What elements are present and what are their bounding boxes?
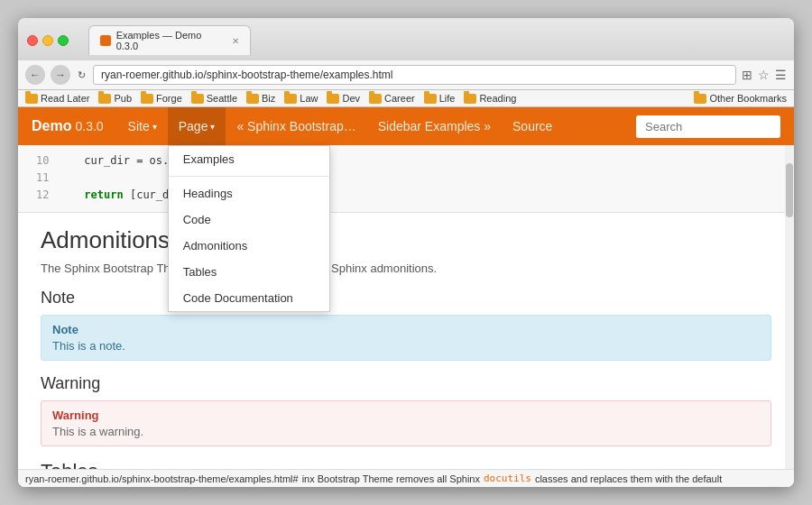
line-number: 11 <box>36 170 49 187</box>
page-heading: Admonitions <box>41 226 771 254</box>
dropdown-item-headings[interactable]: Headings <box>169 180 329 207</box>
note-title: Note <box>52 323 760 336</box>
nav-icons: ⊞ ☆ ☰ <box>742 68 787 82</box>
code-section: 10 11 12 cur_dir = os.path.abs… retur <box>18 145 794 213</box>
url-text: ryan-roemer.github.io/sphinx-bootstrap-t… <box>101 69 392 81</box>
nav-site[interactable]: Site ▾ <box>117 107 168 145</box>
bookmark-read-later[interactable]: Read Later <box>25 93 89 104</box>
dropdown-item-tables[interactable]: Tables <box>169 259 329 285</box>
chevron-down-icon: ▾ <box>152 122 157 132</box>
menu-icon[interactable]: ☰ <box>775 68 787 82</box>
bookmark-label: Dev <box>342 93 360 104</box>
bookmark-label: Biz <box>262 93 275 104</box>
star-icon[interactable]: ☆ <box>758 68 770 82</box>
dropdown-item-code-docs[interactable]: Code Documentation <box>169 285 329 311</box>
warning-heading: Warning <box>41 374 771 393</box>
bookmark-seattle[interactable]: Seattle <box>191 93 237 104</box>
warning-text: This is a warning. <box>52 425 760 438</box>
scrollbar-thumb[interactable] <box>786 163 793 217</box>
warning-box: Warning This is a warning. <box>41 400 771 446</box>
bookmark-label: Pub <box>114 93 132 104</box>
note-heading: Note <box>41 289 771 308</box>
tab-favicon <box>100 35 111 46</box>
page-main: 10 11 12 cur_dir = os.path.abs… retur <box>18 145 794 469</box>
folder-icon <box>98 94 111 104</box>
bookmark-dev[interactable]: Dev <box>327 93 360 104</box>
bookmark-label: Forge <box>156 93 182 104</box>
bookmark-label: Life <box>439 93 456 104</box>
folder-icon <box>284 94 297 104</box>
bookmark-other[interactable]: Other Bookmarks <box>694 93 787 104</box>
bookmark-label: Career <box>384 93 415 104</box>
folder-icon <box>424 94 437 104</box>
bookmark-forge[interactable]: Forge <box>141 93 182 104</box>
status-text-after: classes and replaces them with the defau… <box>535 473 722 484</box>
bookmark-pub[interactable]: Pub <box>98 93 132 104</box>
nav-next[interactable]: Sidebar Examples » <box>367 107 502 145</box>
nav-site-label: Site <box>128 119 150 133</box>
folder-icon <box>246 94 259 104</box>
line-number: 10 <box>36 152 49 170</box>
minimize-button[interactable] <box>42 35 53 46</box>
bookmarks-bar: Read Later Pub Forge Seattle Biz Law Dev <box>18 90 794 107</box>
nav-source[interactable]: Source <box>502 107 563 145</box>
bookmark-biz[interactable]: Biz <box>246 93 275 104</box>
bookmark-reading[interactable]: Reading <box>464 93 516 104</box>
note-box: Note This is a note. <box>41 315 771 361</box>
app-brand: Demo <box>32 118 71 134</box>
nav-source-label: Source <box>512 119 552 133</box>
tab-close-btn[interactable]: ✕ <box>232 36 239 46</box>
nav-bar: ← → ↻ ryan-roemer.github.io/sphinx-boots… <box>18 60 794 90</box>
folder-icon <box>191 94 204 104</box>
tab-label: Examples — Demo 0.3.0 <box>116 30 223 51</box>
folder-icon <box>25 94 38 104</box>
status-bar: ryan-roemer.github.io/sphinx-bootstrap-t… <box>18 469 794 487</box>
bookmark-label: Read Later <box>41 93 89 104</box>
tab-bar: Examples — Demo 0.3.0 ✕ <box>88 25 251 55</box>
nav-prev-label: « Sphinx Bootstrap… <box>236 119 355 133</box>
bookmark-law[interactable]: Law <box>284 93 318 104</box>
bookmark-label: Law <box>300 93 318 104</box>
search-input[interactable] <box>636 115 780 138</box>
warning-title: Warning <box>52 409 760 422</box>
folder-icon <box>464 94 476 104</box>
folder-icon <box>141 94 153 104</box>
page-container: 10 11 12 cur_dir = os.path.abs… retur <box>18 145 794 469</box>
status-text-before: inx Bootstrap Theme removes all Sphinx <box>302 473 480 484</box>
main-content: Admonitions The Sphinx Bootstrap Theme u… <box>18 213 794 469</box>
nav-page-label: Page <box>179 119 208 133</box>
refresh-button[interactable]: ↻ <box>78 69 86 81</box>
chevron-down-icon: ▾ <box>210 122 215 132</box>
back-button[interactable]: ← <box>25 65 45 85</box>
dropdown-item-examples[interactable]: Examples <box>169 146 329 172</box>
status-docutils: docutils <box>484 473 531 484</box>
dropdown-item-admonitions[interactable]: Admonitions <box>169 233 329 259</box>
scrollbar-track[interactable] <box>785 145 794 469</box>
line-numbers: 10 11 12 <box>18 152 58 205</box>
page-dropdown-menu: Examples Headings Code Admonitions Table… <box>168 145 330 312</box>
nav-page[interactable]: Page ▾ Examples Headings Code Admonit <box>168 107 226 145</box>
nav-next-label: Sidebar Examples » <box>378 119 491 133</box>
forward-button[interactable]: → <box>51 65 70 85</box>
bookmark-other-label: Other Bookmarks <box>709 93 787 104</box>
app-navbar: Demo 0.3.0 Site ▾ Page ▾ Examples Headin… <box>18 107 794 145</box>
bookmark-label: Seattle <box>207 93 237 104</box>
dropdown-divider <box>169 176 329 177</box>
folder-icon <box>327 94 339 104</box>
bookmark-career[interactable]: Career <box>369 93 415 104</box>
nav-prev[interactable]: « Sphinx Bootstrap… <box>226 107 366 145</box>
page-paragraph: The Sphinx Bootstrap Theme uses th… for … <box>41 262 771 275</box>
traffic-lights <box>27 35 69 46</box>
bookmark-label: Reading <box>479 93 516 104</box>
note-text: This is a note. <box>52 339 760 353</box>
reader-icon[interactable]: ⊞ <box>742 68 752 82</box>
dropdown-item-code[interactable]: Code <box>169 207 329 233</box>
bookmark-life[interactable]: Life <box>424 93 456 104</box>
address-bar[interactable]: ryan-roemer.github.io/sphinx-bootstrap-t… <box>93 65 736 85</box>
close-button[interactable] <box>27 35 38 46</box>
folder-icon <box>694 94 706 104</box>
maximize-button[interactable] <box>58 35 69 46</box>
status-url: ryan-roemer.github.io/sphinx-bootstrap-t… <box>25 473 299 484</box>
browser-tab[interactable]: Examples — Demo 0.3.0 ✕ <box>88 25 251 55</box>
content-area: Demo 0.3.0 Site ▾ Page ▾ Examples Headin… <box>18 107 794 487</box>
